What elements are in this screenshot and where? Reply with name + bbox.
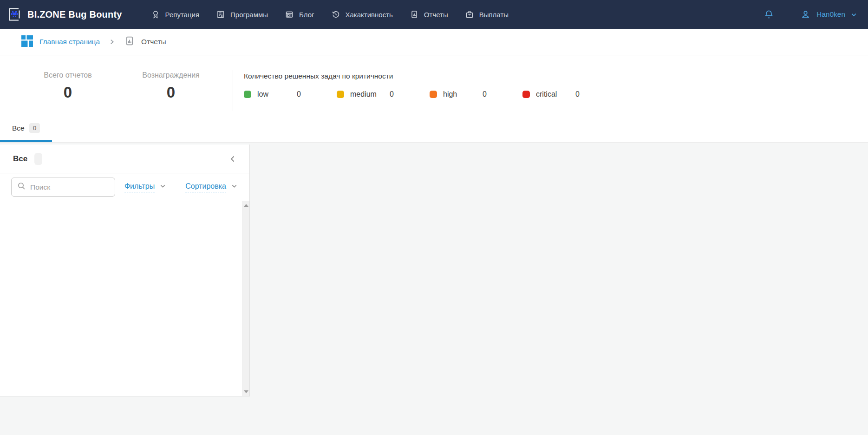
notifications-bell-icon[interactable] — [764, 9, 774, 20]
severity-count: 0 — [297, 90, 301, 99]
report-icon — [410, 10, 419, 19]
nav-item-hackactivity[interactable]: Хакактивность — [331, 10, 393, 19]
stat-value: 0 — [16, 84, 119, 101]
chevron-down-icon — [850, 11, 858, 19]
history-icon — [331, 10, 340, 19]
reports-list — [0, 201, 249, 396]
briefcase-icon — [465, 10, 474, 19]
scroll-up-icon[interactable] — [244, 204, 248, 207]
breadcrumb-current-label: Отчеты — [141, 38, 166, 46]
nav-item-reputation[interactable]: Репутация — [151, 10, 199, 19]
low-swatch — [244, 91, 251, 98]
medium-swatch — [337, 91, 344, 98]
nav-item-label: Отчеты — [424, 11, 448, 19]
tab-count-badge: 0 — [29, 123, 40, 133]
blog-icon — [285, 10, 294, 19]
critical-swatch — [522, 91, 530, 98]
nav-item-label: Программы — [230, 11, 268, 19]
brand-logo[interactable]: BI.ZONE Bug Bounty — [6, 6, 122, 23]
panel-count-badge — [34, 153, 42, 165]
user-menu[interactable]: Han0ken — [800, 9, 858, 20]
nav-item-reports[interactable]: Отчеты — [410, 10, 448, 19]
reports-list-panel: Все Фильтры — [0, 145, 250, 396]
search-box[interactable] — [11, 178, 115, 197]
scroll-down-icon[interactable] — [244, 390, 248, 393]
stat-value: 0 — [119, 84, 222, 101]
tabs-bar: Все 0 — [0, 116, 868, 143]
sort-label: Сортировка — [185, 182, 226, 192]
nav-item-label: Репутация — [165, 11, 199, 19]
breadcrumb-home-label: Главная страница — [39, 38, 100, 46]
search-icon — [17, 182, 26, 192]
severity-item-low: low 0 — [244, 90, 337, 99]
filters-label: Фильтры — [124, 182, 155, 192]
high-swatch — [430, 91, 437, 98]
severity-title: Количество решенных задач по критичности — [244, 72, 615, 80]
panel-title: Все — [13, 154, 27, 164]
nav-item-label: Блог — [299, 11, 314, 19]
severity-item-medium: medium 0 — [337, 90, 430, 99]
nav-item-label: Хакактивность — [346, 11, 393, 19]
severity-item-high: high 0 — [430, 90, 522, 99]
username: Han0ken — [816, 10, 845, 19]
severity-count: 0 — [575, 90, 580, 99]
tab-label: Все — [12, 124, 25, 132]
chevron-down-icon — [230, 182, 238, 192]
chevron-down-icon — [159, 182, 167, 192]
bizone-logo-icon — [6, 6, 23, 23]
panel-header: Все — [0, 145, 249, 173]
stat-total-reports: Всего отчетов 0 — [16, 71, 119, 116]
main-content: Все Фильтры — [0, 143, 868, 435]
stat-rewards: Вознаграждения 0 — [119, 71, 222, 116]
stat-label: Всего отчетов — [16, 71, 119, 79]
dashboard-grid-icon — [21, 35, 33, 49]
severity-count: 0 — [390, 90, 394, 99]
brand-name: BI.ZONE Bug Bounty — [27, 9, 122, 20]
vertical-divider — [233, 70, 233, 111]
severity-legend: low 0 medium 0 high 0 critical 0 — [244, 90, 615, 99]
top-navbar: BI.ZONE Bug Bounty Репутация — [0, 0, 868, 29]
nav-item-programs[interactable]: Программы — [216, 10, 268, 19]
navbar-right: Han0ken — [764, 9, 858, 20]
nav-item-payouts[interactable]: Выплаты — [465, 10, 509, 19]
award-icon — [151, 10, 160, 19]
user-icon — [800, 9, 811, 20]
severity-label: medium — [350, 90, 390, 99]
severity-label: low — [257, 90, 297, 99]
stats-strip: Всего отчетов 0 Вознаграждения 0 Количес… — [0, 55, 868, 116]
search-input[interactable] — [30, 183, 109, 191]
breadcrumb-current: Отчеты — [124, 35, 166, 48]
severity-label: critical — [536, 90, 575, 99]
severity-count: 0 — [483, 90, 487, 99]
severity-block: Количество решенных задач по критичности… — [244, 71, 615, 116]
filters-dropdown[interactable]: Фильтры — [124, 182, 167, 192]
collapse-panel-icon[interactable] — [228, 154, 237, 164]
stat-label: Вознаграждения — [119, 71, 222, 79]
panel-toolbar: Фильтры Сортировка — [0, 173, 249, 201]
building-icon — [216, 10, 225, 19]
vertical-scrollbar[interactable] — [242, 201, 249, 396]
main-nav: Репутация Программы — [151, 10, 509, 19]
severity-item-critical: critical 0 — [522, 90, 615, 99]
report-doc-icon — [124, 35, 135, 48]
sort-dropdown[interactable]: Сортировка — [185, 182, 238, 192]
breadcrumb-home[interactable]: Главная страница — [21, 35, 100, 49]
breadcrumb: Главная страница Отчеты — [0, 29, 868, 55]
severity-label: high — [443, 90, 483, 99]
nav-item-label: Выплаты — [479, 11, 509, 19]
tab-all[interactable]: Все 0 — [0, 116, 52, 142]
chevron-right-icon — [108, 38, 116, 46]
nav-item-blog[interactable]: Блог — [285, 10, 314, 19]
